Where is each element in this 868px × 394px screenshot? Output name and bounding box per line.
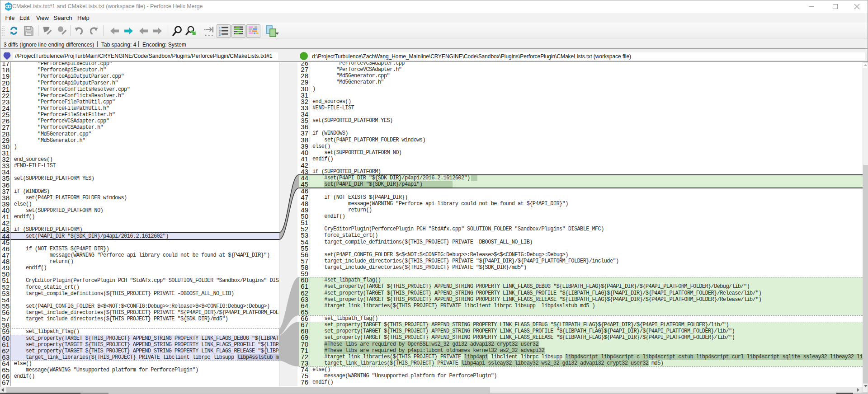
svg-text:2: 2 — [219, 30, 221, 33]
svg-text:1: 1 — [219, 27, 221, 30]
svg-text:3: 3 — [219, 33, 221, 36]
